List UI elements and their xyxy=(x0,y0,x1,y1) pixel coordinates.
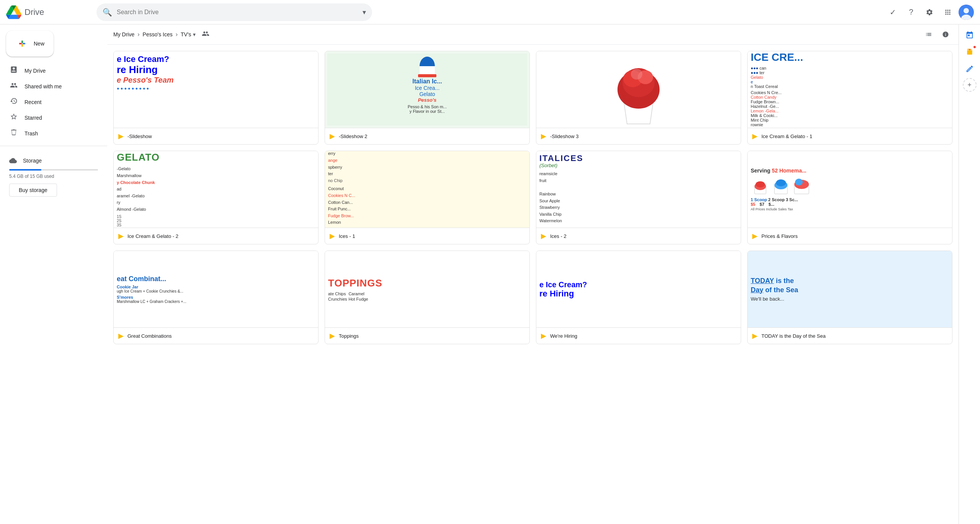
file-card-ices2[interactable]: ITALICES (Sorbet) reamsiclefruit Rainbow… xyxy=(536,151,741,244)
file-card-icecream1[interactable]: ICE CRE... ●●● can ●●● ter Gelato e n To… xyxy=(747,51,952,145)
file-card-slideshow1[interactable]: e Ice Cream? re Hiring e Pesso's Team ● … xyxy=(113,51,318,145)
search-icon: 🔍 xyxy=(103,8,112,17)
sidebar-item-shared[interactable]: Shared with me xyxy=(0,78,101,94)
slides-icon-4: ▶ xyxy=(752,132,758,140)
add-app-button[interactable]: + xyxy=(963,78,977,92)
sidebar-item-trash[interactable]: Trash xyxy=(0,125,101,141)
file-info-icecream2: ▶ Ice Cream & Gelato - 2 xyxy=(114,228,318,244)
sidebar-item-my-drive[interactable]: My Drive xyxy=(0,63,101,78)
file-thumb-slideshow3 xyxy=(536,51,741,128)
breadcrumb-sep-1: › xyxy=(137,31,139,38)
file-card-hiring2[interactable]: e Ice Cream? re Hiring ▶ We're Hiring xyxy=(536,251,741,344)
info-icon xyxy=(942,31,949,38)
file-info-icecream1: ▶ Ice Cream & Gelato - 1 xyxy=(748,128,952,144)
new-plus-icon xyxy=(15,37,29,50)
file-thumb-ices2: ITALICES (Sorbet) reamsiclefruit Rainbow… xyxy=(536,151,741,228)
calendar-button[interactable] xyxy=(962,28,977,43)
breadcrumb-my-drive[interactable]: My Drive xyxy=(113,31,134,37)
tasks-button[interactable] xyxy=(962,61,977,76)
file-info-slideshow2: ▶ -Slideshow 2 xyxy=(325,128,529,144)
svg-point-17 xyxy=(776,179,786,186)
list-view-button[interactable] xyxy=(922,28,936,41)
keep-icon xyxy=(965,48,974,56)
filename-slideshow3: -Slideshow 3 xyxy=(550,133,578,139)
filename-ices2: Ices - 2 xyxy=(550,233,567,239)
file-info-ices2: ▶ Ices - 2 xyxy=(536,228,741,244)
sidebar-item-starred[interactable]: Starred xyxy=(0,110,101,125)
file-thumb-today: TODAY is the Day of the Sea We'll be bac… xyxy=(748,251,952,327)
breadcrumb-tvs[interactable]: TV's ▾ xyxy=(181,31,196,37)
buy-storage-button[interactable]: Buy storage xyxy=(9,184,57,197)
sidebar-item-starred-label: Starred xyxy=(24,115,42,121)
calendar-icon xyxy=(965,31,974,39)
file-card-combos[interactable]: eat Combinat... Cookie Jar ugh Ice Cream… xyxy=(113,251,318,344)
user-avatar[interactable] xyxy=(959,5,974,20)
drive-logo-icon xyxy=(6,5,21,20)
search-dropdown-icon[interactable]: ▾ xyxy=(363,8,366,16)
content-area: My Drive › Pesso's Ices › TV's ▾ xyxy=(107,24,959,524)
slides-icon-3: ▶ xyxy=(541,132,546,140)
filename-combos: Great Combinations xyxy=(127,333,172,339)
keep-button[interactable] xyxy=(962,44,977,60)
file-info-hiring2: ▶ We're Hiring xyxy=(536,327,741,344)
file-thumb-hiring2: e Ice Cream? re Hiring xyxy=(536,251,741,327)
sidebar: New My Drive Shared with me xyxy=(0,24,107,524)
shared-icon xyxy=(9,81,18,91)
slides-icon-1: ▶ xyxy=(118,132,124,140)
svg-rect-5 xyxy=(19,43,22,44)
file-info-toppings: ▶ Toppings xyxy=(325,327,529,344)
file-card-prices[interactable]: Serving 52 Homema... xyxy=(747,151,952,244)
logo-area: Drive xyxy=(6,5,90,20)
storage-section: Storage 5.4 GB of 15 GB used Buy storage xyxy=(0,151,107,203)
apps-icon-btn[interactable] xyxy=(940,5,956,20)
slides-icon-7: ▶ xyxy=(541,232,546,240)
file-info-ices1: ▶ Ices - 1 xyxy=(325,228,529,244)
help-icon-btn[interactable]: ? xyxy=(903,5,919,20)
grid-icon xyxy=(944,8,952,16)
right-sidebar: + xyxy=(959,24,980,524)
file-thumb-combos: eat Combinat... Cookie Jar ugh Ice Cream… xyxy=(114,251,318,327)
file-card-ices1[interactable]: re Water Based! erry ange spberryter no … xyxy=(325,151,530,244)
file-card-icecream2[interactable]: GELATO -GelatoMarshmallow y Chocolate Ch… xyxy=(113,151,318,244)
storage-text: Storage xyxy=(23,158,42,164)
slides-icon-8: ▶ xyxy=(752,232,758,240)
filename-icecream2: Ice Cream & Gelato - 2 xyxy=(127,233,178,239)
sidebar-item-trash-label: Trash xyxy=(24,130,38,137)
new-button[interactable]: New xyxy=(6,31,54,57)
filename-slideshow2: -Slideshow 2 xyxy=(339,133,367,139)
file-card-slideshow3[interactable]: ▶ -Slideshow 3 xyxy=(536,51,741,145)
sidebar-item-my-drive-label: My Drive xyxy=(24,68,46,74)
filename-toppings: Toppings xyxy=(339,333,359,339)
avatar-image xyxy=(959,5,974,20)
check-circle-icon-btn[interactable]: ✓ xyxy=(885,5,900,20)
filename-slideshow1: -Slideshow xyxy=(127,133,152,139)
info-button[interactable] xyxy=(939,28,952,41)
breadcrumb-tvs-label: TV's xyxy=(181,31,191,37)
file-card-toppings[interactable]: TOPPINGS ate ChipsCaramel CrunchiesHot F… xyxy=(325,251,530,344)
my-drive-icon xyxy=(9,66,18,75)
file-thumb-slideshow2: Italian Ic... Ice Crea... Gelato Pesso's… xyxy=(325,51,529,128)
filename-hiring2: We're Hiring xyxy=(550,333,577,339)
file-thumb-icecream1: ICE CRE... ●●● can ●●● ter Gelato e n To… xyxy=(748,51,952,128)
search-bar[interactable]: 🔍 ▾ xyxy=(96,3,372,21)
file-thumb-slideshow1: e Ice Cream? re Hiring e Pesso's Team ● … xyxy=(114,51,318,128)
sidebar-item-recent[interactable]: Recent xyxy=(0,94,101,110)
breadcrumb-pessos-ices[interactable]: Pesso's Ices xyxy=(143,31,173,37)
tasks-icon xyxy=(965,65,974,73)
slides-icon-6: ▶ xyxy=(330,232,335,240)
share-people-icon[interactable] xyxy=(202,30,209,39)
search-input[interactable] xyxy=(117,9,358,16)
storage-label[interactable]: Storage xyxy=(9,157,98,164)
cloud-icon xyxy=(9,157,17,164)
settings-icon-btn[interactable] xyxy=(922,5,937,20)
file-card-slideshow2[interactable]: Italian Ic... Ice Crea... Gelato Pesso's… xyxy=(325,51,530,145)
file-info-slideshow3: ▶ -Slideshow 3 xyxy=(536,128,741,144)
file-thumb-prices: Serving 52 Homema... xyxy=(748,151,952,228)
topbar-icons: ✓ ? xyxy=(885,5,974,20)
svg-rect-6 xyxy=(23,43,25,44)
file-info-slideshow1: ▶ -Slideshow xyxy=(114,128,318,144)
help-icon: ? xyxy=(909,8,913,16)
file-thumb-icecream2: GELATO -GelatoMarshmallow y Chocolate Ch… xyxy=(114,151,318,228)
slides-icon-2: ▶ xyxy=(330,132,335,140)
file-card-today[interactable]: TODAY is the Day of the Sea We'll be bac… xyxy=(747,251,952,344)
